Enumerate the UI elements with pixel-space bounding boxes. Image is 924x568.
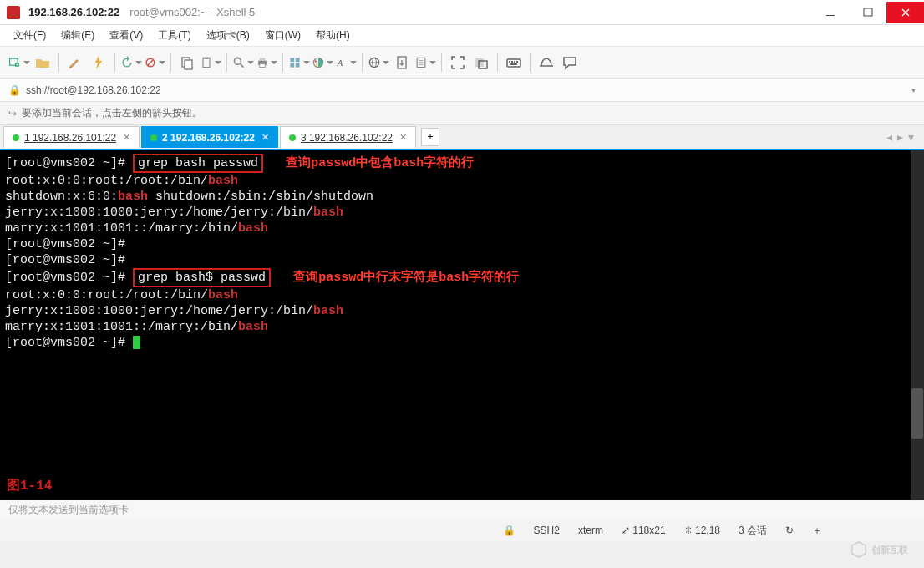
separator [58,53,59,72]
hint-bar: ↪ 要添加当前会话，点击左侧的箭头按钮。 [0,102,924,125]
svg-rect-19 [296,58,300,62]
menu-edit[interactable]: 编辑(E) [59,27,96,44]
svg-rect-1 [864,8,872,16]
menu-tools[interactable]: 工具(T) [156,27,192,44]
new-session-button[interactable]: + [8,52,30,74]
disconnect-button[interactable] [144,52,165,74]
chat-button[interactable] [559,52,581,74]
tab-2[interactable]: 2 192.168.26.102:22 ✕ [141,126,278,148]
tab-close-icon[interactable]: ✕ [399,132,407,143]
color-button[interactable] [312,52,333,74]
tab-close-icon[interactable]: ✕ [123,132,130,143]
lock-icon: 🔒 [8,84,21,96]
tab-3[interactable]: 3 192.168.26.102:22 ✕ [280,126,416,148]
svg-rect-0 [826,15,835,16]
fullscreen-button[interactable] [447,52,469,74]
tab-bar: 1 192.168.26.101:22 ✕ 2 192.168.26.102:2… [0,125,924,150]
status-plus-icon[interactable]: ＋ [812,524,822,538]
terminal-cursor [133,336,140,349]
svg-rect-18 [290,58,294,62]
lightning-button[interactable] [88,52,109,74]
separator [226,53,227,72]
svg-rect-37 [509,61,510,63]
minimize-button[interactable] [811,2,849,23]
watermark: 创新互联 [837,533,921,566]
close-button[interactable] [886,2,924,23]
font-button[interactable]: A [335,52,357,74]
address-bar[interactable]: 🔒 ssh://root@192.168.26.102:22 ▾ [0,79,924,102]
window-title-main: 192.168.26.102:22 [28,6,119,18]
tab-add-button[interactable]: + [421,128,439,146]
scrollbar-thumb[interactable] [911,388,923,439]
compose-placeholder: 仅将文本发送到当前选项卡 [8,503,129,517]
svg-rect-21 [296,63,300,67]
menu-tabs[interactable]: 选项卡(B) [205,27,251,44]
svg-text:A: A [336,58,343,68]
menu-file[interactable]: 文件(F) [12,27,48,44]
tab-next-icon[interactable]: ▸ [897,130,903,144]
properties-button[interactable] [288,52,310,74]
hint-arrow-icon[interactable]: ↪ [8,108,17,119]
resize-icon: ⤢ [622,525,630,536]
status-dot-icon [289,134,296,141]
svg-rect-36 [507,59,520,67]
reconnect-button[interactable] [120,52,142,74]
command-1-box: grep bash passwd [133,154,263,173]
window-controls [811,2,924,23]
svg-point-13 [234,58,241,64]
pencil-button[interactable] [64,52,86,74]
tab-prev-icon[interactable]: ◂ [886,130,892,144]
keyboard-button[interactable] [503,52,525,74]
tunnel-button[interactable] [536,52,557,74]
status-lock-icon: 🔒 [503,525,515,536]
maximize-button[interactable] [849,2,886,23]
hint-text: 要添加当前会话，点击左侧的箭头按钮。 [22,106,202,120]
status-sessions: 3 会话 [739,524,767,538]
svg-rect-41 [510,63,517,65]
search-button[interactable] [232,52,254,74]
tab-1[interactable]: 1 192.168.26.101:22 ✕ [3,126,140,148]
terminal[interactable]: [root@vms002 ~]# grep bash passwd 查询pass… [0,150,924,500]
status-size: 118x21 [632,525,665,536]
figure-label: 图1-14 [7,479,52,494]
tab-label: 2 192.168.26.102:22 [162,132,255,144]
print-button[interactable] [256,52,277,74]
address-dropdown-icon[interactable]: ▾ [911,85,916,94]
position-icon: ⁜ [684,525,693,536]
app-icon [7,6,20,19]
status-dot-icon [13,134,19,141]
paste-button[interactable] [200,52,221,74]
svg-rect-39 [514,61,515,63]
separator [114,53,115,72]
svg-rect-40 [516,61,518,63]
separator [441,53,442,72]
status-dot-icon [150,134,157,141]
svg-point-24 [316,63,317,65]
tab-nav: ◂ ▸ ▾ [886,130,921,144]
menu-help[interactable]: 帮助(H) [314,27,352,44]
tab-close-icon[interactable]: ✕ [261,132,269,143]
terminal-scrollbar[interactable] [911,150,924,500]
separator [170,53,171,72]
separator [282,53,283,72]
status-protocol: SSH2 [534,525,560,536]
address-url: ssh://root@192.168.26.102:22 [26,84,161,96]
tab-label: 1 192.168.26.101:22 [24,132,116,144]
menu-view[interactable]: 查看(V) [108,27,145,44]
svg-rect-11 [203,58,210,67]
compose-bar[interactable]: 仅将文本发送到当前选项卡 [0,500,924,520]
transparent-button[interactable] [470,52,492,74]
log-button[interactable] [414,52,436,74]
command-2-box: grep bash$ passwd [133,268,271,287]
status-spinner-icon: ↻ [785,525,794,536]
globe-button[interactable] [368,52,389,74]
scroll-lock-button[interactable] [391,52,413,74]
menu-window[interactable]: 窗口(W) [263,27,302,44]
open-session-button[interactable] [32,52,53,74]
menubar: 文件(F) 编辑(E) 查看(V) 工具(T) 选项卡(B) 窗口(W) 帮助(… [0,25,924,47]
titlebar: 192.168.26.102:22 root@vms002:~ - Xshell… [0,0,924,25]
status-term: xterm [578,525,603,536]
copy-button[interactable] [176,52,198,74]
tab-menu-icon[interactable]: ▾ [908,130,914,144]
status-position: 12,18 [695,525,720,536]
